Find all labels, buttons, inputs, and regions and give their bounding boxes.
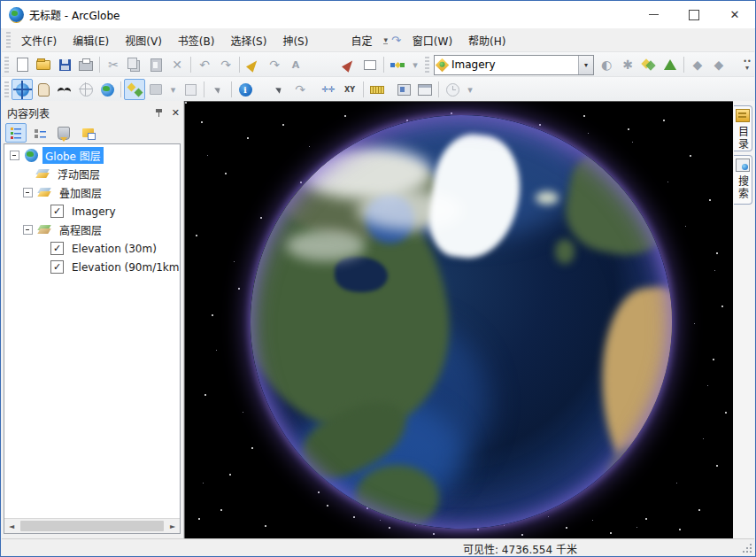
menu-help[interactable]: 帮助(H) <box>460 29 513 51</box>
trace-button[interactable] <box>338 54 359 75</box>
select-features-button[interactable] <box>207 79 228 100</box>
modelbuilder-button[interactable] <box>387 54 408 75</box>
toolbar-overflow-button[interactable]: ▾ <box>408 54 422 75</box>
minimize-button[interactable] <box>633 1 674 28</box>
navigate-button[interactable] <box>12 79 33 100</box>
open-button[interactable] <box>33 54 54 75</box>
toolbar-options-icon[interactable]: ▾ <box>383 36 388 44</box>
menubar-grip[interactable] <box>6 32 11 48</box>
tab-catalog[interactable]: 目录 <box>734 105 752 151</box>
tree-row-floating-layers[interactable]: 浮动图层 <box>4 165 180 183</box>
collapse-icon[interactable] <box>23 188 33 197</box>
nav-toolbar-overflow[interactable]: ▾ <box>463 79 477 100</box>
cut-button[interactable]: ✂ <box>103 54 124 75</box>
menu-edit[interactable]: 编辑(E) <box>65 29 117 51</box>
tree-label[interactable]: 浮动图层 <box>55 166 103 182</box>
animation-button[interactable] <box>442 79 463 100</box>
center-target-button[interactable] <box>75 79 96 100</box>
tree-row-globe-layers[interactable]: Globe 图层 <box>4 146 180 165</box>
expand-button-1[interactable]: ◆ <box>687 54 708 75</box>
pen-tool-button[interactable] <box>243 54 264 75</box>
collapse-icon[interactable] <box>10 151 19 160</box>
paste-button[interactable] <box>145 54 166 75</box>
tab-search[interactable]: 搜索 <box>734 155 752 205</box>
menu-customize[interactable]: 自定 <box>343 29 380 51</box>
fly-button[interactable] <box>54 79 75 100</box>
save-button[interactable] <box>54 54 75 75</box>
zoom-layer-dropdown[interactable]: ▾ <box>166 79 180 100</box>
tree-label[interactable]: 高程图层 <box>57 221 104 238</box>
copy-button[interactable] <box>124 54 145 75</box>
print-button[interactable] <box>75 54 96 75</box>
resize-grip[interactable] <box>743 544 752 553</box>
menu-bookmarks[interactable]: 书签(B) <box>170 29 223 51</box>
measure-button[interactable] <box>366 79 388 100</box>
full-extent-button[interactable] <box>96 79 118 100</box>
tree-row-elevation-30m[interactable]: ✓ Elevation (30m) <box>4 239 180 258</box>
tree-label[interactable]: Globe 图层 <box>42 147 104 164</box>
collapse-icon[interactable] <box>23 225 33 235</box>
tree-row-imagery[interactable]: ✓ Imagery <box>4 202 180 220</box>
list-by-drawing-order-button[interactable] <box>5 123 27 143</box>
rectangle-button[interactable] <box>359 54 381 75</box>
close-button[interactable]: ✕ <box>714 1 755 28</box>
tree-label[interactable]: Elevation (90m/1km <box>69 260 181 275</box>
horizontal-scrollbar[interactable]: ◄ ► <box>4 518 180 533</box>
combo-dropdown-button[interactable]: ▾ <box>578 56 593 74</box>
add-data-button[interactable]: ✛✛ <box>318 79 339 100</box>
viewer-button[interactable] <box>180 79 201 100</box>
panel-close-button[interactable]: ✕ <box>172 107 180 119</box>
list-by-visibility-button[interactable] <box>53 123 74 143</box>
base-heights-button[interactable] <box>660 54 681 75</box>
zoom-to-layer-button[interactable] <box>145 79 166 100</box>
scroll-left-button[interactable]: ◄ <box>4 519 19 533</box>
checkbox-checked[interactable]: ✓ <box>50 242 64 255</box>
list-by-selection-button[interactable] <box>77 123 98 143</box>
redo-curve-icon[interactable]: ↷ <box>391 34 401 47</box>
tree-label[interactable]: 叠加图层 <box>57 184 104 201</box>
html-popup-button[interactable] <box>393 79 414 100</box>
earth-globe[interactable] <box>251 115 672 529</box>
menu-window[interactable]: 窗口(W) <box>405 29 460 51</box>
tree-row-elevation-layers[interactable]: 高程图层 <box>4 220 180 239</box>
goto-xy-button[interactable]: XY <box>339 79 360 100</box>
tree-label[interactable]: Elevation (30m) <box>69 242 159 256</box>
tree-row-draped-layers[interactable]: 叠加图层 <box>4 183 180 202</box>
toolbar-overflow[interactable]: •• ▾ <box>740 58 754 71</box>
label-button[interactable]: A <box>285 54 306 75</box>
checkbox-checked[interactable]: ✓ <box>50 205 64 218</box>
delete-button[interactable]: ✕ <box>166 54 188 75</box>
combo-toolbar-grip[interactable] <box>425 57 429 73</box>
globe-viewport[interactable] <box>184 101 735 541</box>
identify-button[interactable]: i <box>235 79 256 100</box>
tree-row-elevation-90m[interactable]: ✓ Elevation (90m/1km <box>4 258 180 276</box>
toolbar2-grip[interactable] <box>4 81 9 97</box>
goto-xy-icon: XY <box>344 86 355 94</box>
menu-geoprocessing[interactable]: 抻(S) <box>274 29 316 51</box>
toolbar1-grip[interactable] <box>4 57 9 73</box>
viewer-manager-button[interactable] <box>414 79 436 100</box>
scrollbar-thumb[interactable] <box>20 521 164 531</box>
new-document-button[interactable] <box>12 54 33 75</box>
expand-button-2[interactable]: ◆ <box>708 54 729 75</box>
layer-combo[interactable]: Imagery ▾ <box>434 55 594 75</box>
navigation-mode-button[interactable] <box>124 79 145 100</box>
menu-view[interactable]: 视图(V) <box>117 29 170 51</box>
menu-selection[interactable]: 选择(S) <box>222 29 274 51</box>
pin-icon[interactable] <box>154 107 165 118</box>
checkbox-checked[interactable]: ✓ <box>50 260 64 274</box>
brightness-button[interactable]: ✱ <box>617 54 638 75</box>
redo-button[interactable]: ↷ <box>215 54 236 75</box>
scroll-right-button[interactable]: ► <box>166 519 180 533</box>
maximize-button[interactable] <box>674 1 714 28</box>
rotate-button[interactable]: ↷ <box>289 79 311 100</box>
redo-sketch-button[interactable]: ↷ <box>264 54 285 75</box>
menu-file[interactable]: 文件(F) <box>13 29 65 51</box>
list-by-source-button[interactable] <box>29 123 50 143</box>
contrast-button[interactable]: ◐ <box>596 54 617 75</box>
pan-button[interactable] <box>33 79 54 100</box>
select-elements-button[interactable] <box>268 79 289 100</box>
tree-label[interactable]: Imagery <box>69 205 119 219</box>
transparency-button[interactable] <box>638 54 660 75</box>
undo-button[interactable]: ↶ <box>194 54 215 75</box>
